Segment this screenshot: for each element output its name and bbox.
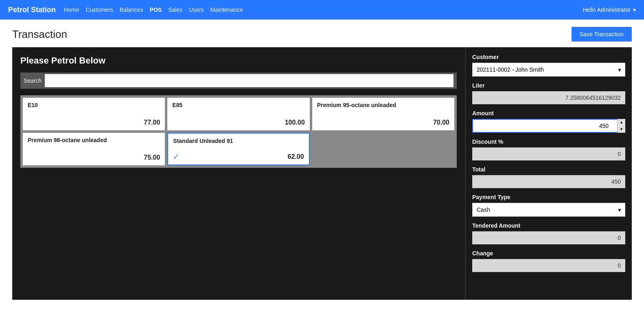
nav-balances[interactable]: Balances: [120, 7, 143, 13]
page-title: Transaction: [12, 28, 67, 41]
tendered-label: Tendered Amount: [472, 222, 625, 229]
nav-links: Home Customers Balances POS Sales Users …: [64, 7, 243, 13]
main-container: Please Petrol Below Search E10 77.00 E85…: [0, 47, 644, 312]
fuel-name: Premium 95-octane unleaded: [317, 102, 449, 108]
nav-sales[interactable]: Sales: [168, 7, 182, 13]
fuel-card-premium98[interactable]: Premium 98-octane unleaded 75.00: [23, 133, 165, 165]
tendered-input[interactable]: [472, 231, 625, 244]
check-icon: ✓: [173, 152, 179, 161]
liter-input: [472, 91, 625, 104]
right-panel: Customer 202111-0002 - John Smith Liter …: [465, 47, 632, 300]
discount-label: Discount %: [472, 138, 625, 145]
nav-maintenance[interactable]: Maintenance: [210, 7, 243, 13]
fuel-name: Premium 98-octane unleaded: [28, 137, 160, 143]
amount-input[interactable]: [472, 119, 625, 133]
amount-spinners: ▲ ▼: [617, 119, 625, 133]
fuel-card-e10[interactable]: E10 77.00: [23, 98, 165, 130]
change-input: [472, 259, 625, 272]
navbar: Petrol Station Home Customers Balances P…: [0, 0, 644, 20]
left-panel: Please Petrol Below Search E10 77.00 E85…: [12, 47, 465, 300]
amount-decrement[interactable]: ▼: [618, 126, 625, 133]
customer-label: Customer: [472, 54, 625, 60]
page-header: Transaction Save Transaction: [0, 20, 644, 47]
fuel-price: 75.00: [28, 154, 160, 161]
customer-select[interactable]: 202111-0002 - John Smith: [472, 63, 625, 77]
nav-user-label: Hello Administrator: [583, 7, 631, 13]
nav-user-menu[interactable]: Hello Administrator ▾: [583, 7, 636, 13]
customer-select-wrapper: 202111-0002 - John Smith: [472, 63, 625, 77]
change-label: Change: [472, 250, 625, 257]
amount-increment[interactable]: ▲: [618, 119, 625, 126]
nav-customers[interactable]: Customers: [85, 7, 113, 13]
nav-pos[interactable]: POS: [150, 7, 162, 13]
payment-type-select[interactable]: Cash: [472, 203, 625, 217]
search-input[interactable]: [45, 74, 453, 87]
fuel-name: Standard Unleaded 91: [173, 138, 304, 144]
nav-brand[interactable]: Petrol Station: [8, 6, 56, 14]
chevron-down-icon: ▾: [633, 7, 636, 13]
fuel-card-e85[interactable]: E85 100.00: [167, 98, 309, 130]
amount-wrapper: ▲ ▼: [472, 119, 625, 133]
amount-label: Amount: [472, 110, 625, 116]
nav-users[interactable]: Users: [189, 7, 204, 13]
payment-type-select-wrapper: Cash: [472, 203, 625, 217]
fuel-price: 70.00: [317, 119, 449, 126]
search-bar: Search: [20, 72, 457, 89]
panel-title: Please Petrol Below: [20, 55, 457, 66]
search-label: Search: [24, 77, 42, 84]
total-input: [472, 175, 625, 188]
total-label: Total: [472, 166, 625, 173]
fuel-price: 100.00: [172, 119, 304, 126]
fuel-price: 62.00: [173, 153, 304, 160]
discount-input[interactable]: [472, 147, 625, 160]
liter-label: Liter: [472, 82, 625, 89]
fuel-grid: E10 77.00 E85 100.00 Premium 95-octane u…: [20, 95, 457, 168]
fuel-card-standard91[interactable]: Standard Unleaded 91 ✓ 62.00: [167, 133, 309, 165]
fuel-name: E10: [28, 102, 160, 108]
payment-type-label: Payment Type: [472, 194, 625, 200]
fuel-name: E85: [172, 102, 304, 108]
fuel-card-premium95[interactable]: Premium 95-octane unleaded 70.00: [312, 98, 454, 130]
fuel-price: 77.00: [28, 119, 160, 126]
nav-left: Petrol Station Home Customers Balances P…: [8, 6, 243, 14]
save-transaction-button[interactable]: Save Transaction: [572, 27, 632, 42]
nav-home[interactable]: Home: [64, 7, 79, 13]
